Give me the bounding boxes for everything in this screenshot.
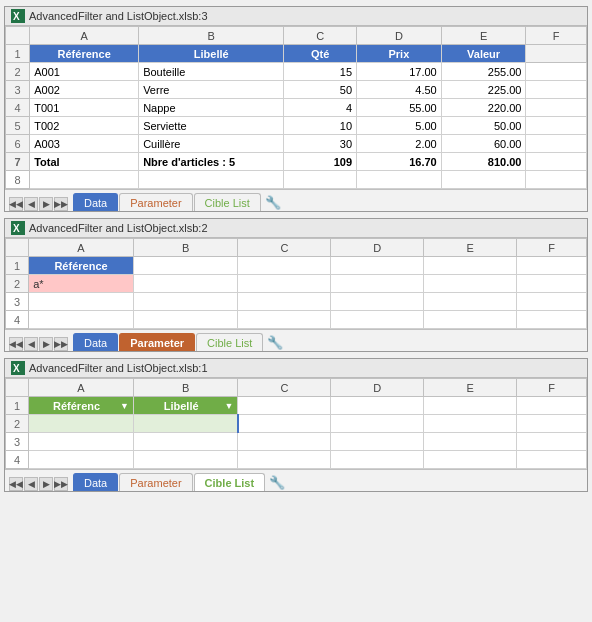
nav-prev-2[interactable]: ◀ [24, 337, 38, 351]
nav-arrows-2: ◀◀ ◀ ▶ ▶▶ [9, 337, 68, 351]
nav-first-2[interactable]: ◀◀ [9, 337, 23, 351]
window-3: X AdvancedFilter and ListObject.xlsb:3 A… [4, 6, 588, 212]
col-header-f: F [526, 27, 587, 45]
col-header-1-e: E [424, 379, 517, 397]
nav-arrows: ◀◀ ◀ ▶ ▶▶ [9, 197, 68, 211]
tab-cible-1[interactable]: Cible List [194, 473, 266, 491]
spreadsheet-1: A B C D E F 1 Référenc ▼ Libel [5, 378, 587, 469]
tab-options-icon-1[interactable]: 🔧 [268, 473, 286, 491]
col-header-2-a: A [29, 239, 134, 257]
col-header-2-d: D [331, 239, 424, 257]
nav-last[interactable]: ▶▶ [54, 197, 68, 211]
excel-icon-1: X [11, 361, 25, 375]
window-1: X AdvancedFilter and ListObject.xlsb:1 A… [4, 358, 588, 492]
table-row: 4 T001 Nappe 4 55.00 220.00 [6, 99, 587, 117]
col-header-2-e: E [424, 239, 517, 257]
col-header-1-d: D [331, 379, 424, 397]
nav-prev[interactable]: ◀ [24, 197, 38, 211]
window-2: X AdvancedFilter and ListObject.xlsb:2 A… [4, 218, 588, 352]
col-header-e: E [441, 27, 526, 45]
tab-options-icon-2[interactable]: 🔧 [266, 333, 284, 351]
dropdown-arrow-lib[interactable]: ▼ [224, 401, 233, 411]
corner-cell-1 [6, 379, 29, 397]
tab-data-2[interactable]: Data [73, 333, 118, 351]
col-header-1-c: C [238, 379, 331, 397]
dropdown-arrow-ref[interactable]: ▼ [120, 401, 129, 411]
excel-icon-2: X [11, 221, 25, 235]
nav-last-2[interactable]: ▶▶ [54, 337, 68, 351]
col-header-1-a: A [29, 379, 134, 397]
col-header-2-c: C [238, 239, 331, 257]
col-header-2-b: B [133, 239, 238, 257]
table-row: 5 T002 Serviette 10 5.00 50.00 [6, 117, 587, 135]
table-row: 8 [6, 171, 587, 189]
nav-arrows-1: ◀◀ ◀ ▶ ▶▶ [9, 477, 68, 491]
col-header-1-f: F [517, 379, 587, 397]
cible-header-lib: Libellé ▼ [133, 397, 238, 415]
corner-cell-2 [6, 239, 29, 257]
header-qte: Qté [284, 45, 357, 63]
window-1-title: AdvancedFilter and ListObject.xlsb:1 [29, 362, 208, 374]
col-header-2-f: F [517, 239, 587, 257]
col-header-1-b: B [133, 379, 238, 397]
window-3-title: AdvancedFilter and ListObject.xlsb:3 [29, 10, 208, 22]
header-f [526, 45, 587, 63]
nav-prev-1[interactable]: ◀ [24, 477, 38, 491]
header-reference: Référence [30, 45, 139, 63]
tab-data-3[interactable]: Data [73, 193, 118, 211]
row-num: 1 [6, 45, 30, 63]
table-row: 3 [6, 433, 587, 451]
svg-text:X: X [13, 11, 20, 22]
tab-bar-1: ◀◀ ◀ ▶ ▶▶ Data Parameter Cible List 🔧 [5, 469, 587, 491]
col-header-b: B [139, 27, 284, 45]
tab-parameter-1[interactable]: Parameter [119, 473, 192, 491]
table-row: 6 A003 Cuillère 30 2.00 60.00 [6, 135, 587, 153]
cible-header-ref: Référenc ▼ [29, 397, 134, 415]
svg-text:X: X [13, 363, 20, 374]
tab-data-1[interactable]: Data [73, 473, 118, 491]
table-row: 4 [6, 311, 587, 329]
tab-bar-2: ◀◀ ◀ ▶ ▶▶ Data Parameter Cible List 🔧 [5, 329, 587, 351]
header-valeur: Valeur [441, 45, 526, 63]
total-row: 7 Total Nbre d'articles : 5 109 16.70 81… [6, 153, 587, 171]
criteria-value: a* [29, 275, 134, 293]
col-header-d: D [357, 27, 442, 45]
col-header-a: A [30, 27, 139, 45]
window-title-1: X AdvancedFilter and ListObject.xlsb:1 [5, 359, 587, 378]
tab-cible-3[interactable]: Cible List [194, 193, 261, 211]
tab-parameter-2[interactable]: Parameter [119, 333, 195, 351]
window-title-3: X AdvancedFilter and ListObject.xlsb:3 [5, 7, 587, 26]
header-prix: Prix [357, 45, 442, 63]
nav-first-1[interactable]: ◀◀ [9, 477, 23, 491]
tab-cible-2[interactable]: Cible List [196, 333, 263, 351]
header-libelle: Libellé [139, 45, 284, 63]
excel-icon: X [11, 9, 25, 23]
nav-last-1[interactable]: ▶▶ [54, 477, 68, 491]
window-2-title: AdvancedFilter and ListObject.xlsb:2 [29, 222, 208, 234]
table-row: 1 Référence [6, 257, 587, 275]
nav-first[interactable]: ◀◀ [9, 197, 23, 211]
window-title-2: X AdvancedFilter and ListObject.xlsb:2 [5, 219, 587, 238]
table-row: 1 Référence Libellé Qté Prix Valeur [6, 45, 587, 63]
nav-next-2[interactable]: ▶ [39, 337, 53, 351]
corner-cell [6, 27, 30, 45]
param-header-ref: Référence [29, 257, 134, 275]
nav-next[interactable]: ▶ [39, 197, 53, 211]
spreadsheet-3: A B C D E F 1 Référence Libellé Qté Prix… [5, 26, 587, 189]
svg-text:X: X [13, 223, 20, 234]
tab-bar-3: ◀◀ ◀ ▶ ▶▶ Data Parameter Cible List 🔧 [5, 189, 587, 211]
tab-parameter-3[interactable]: Parameter [119, 193, 192, 211]
table-row: 2 A001 Bouteille 15 17.00 255.00 [6, 63, 587, 81]
table-row: 2 a* [6, 275, 587, 293]
spreadsheet-2: A B C D E F 1 Référence [5, 238, 587, 329]
table-row: 1 Référenc ▼ Libellé ▼ [6, 397, 587, 415]
table-row: 4 [6, 451, 587, 469]
table-row: 3 A002 Verre 50 4.50 225.00 [6, 81, 587, 99]
nav-next-1[interactable]: ▶ [39, 477, 53, 491]
col-header-c: C [284, 27, 357, 45]
table-row: 2 [6, 415, 587, 433]
table-row: 3 [6, 293, 587, 311]
tab-options-icon[interactable]: 🔧 [264, 193, 282, 211]
